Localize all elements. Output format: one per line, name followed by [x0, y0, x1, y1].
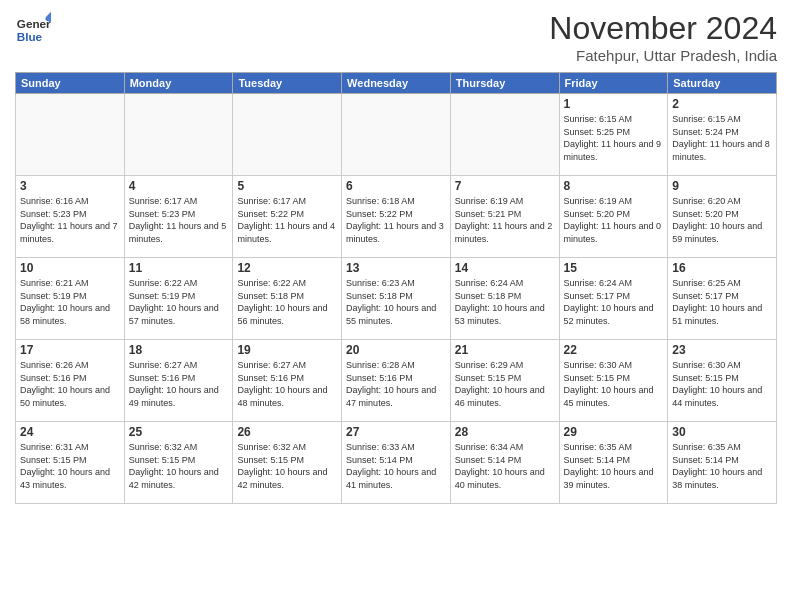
header-thursday: Thursday: [450, 73, 559, 94]
day-cell-2-0: 10Sunrise: 6:21 AMSunset: 5:19 PMDayligh…: [16, 258, 125, 340]
header: General Blue November 2024 Fatehpur, Utt…: [15, 10, 777, 64]
day-info: Sunrise: 6:25 AMSunset: 5:17 PMDaylight:…: [672, 277, 772, 327]
day-info: Sunrise: 6:20 AMSunset: 5:20 PMDaylight:…: [672, 195, 772, 245]
day-cell-0-2: [233, 94, 342, 176]
day-cell-3-2: 19Sunrise: 6:27 AMSunset: 5:16 PMDayligh…: [233, 340, 342, 422]
calendar-body: 1Sunrise: 6:15 AMSunset: 5:25 PMDaylight…: [16, 94, 777, 504]
day-info: Sunrise: 6:22 AMSunset: 5:18 PMDaylight:…: [237, 277, 337, 327]
day-cell-1-3: 6Sunrise: 6:18 AMSunset: 5:22 PMDaylight…: [342, 176, 451, 258]
day-number: 22: [564, 343, 664, 357]
day-number: 17: [20, 343, 120, 357]
day-info: Sunrise: 6:15 AMSunset: 5:25 PMDaylight:…: [564, 113, 664, 163]
day-number: 2: [672, 97, 772, 111]
week-row-1: 3Sunrise: 6:16 AMSunset: 5:23 PMDaylight…: [16, 176, 777, 258]
day-number: 12: [237, 261, 337, 275]
day-cell-3-3: 20Sunrise: 6:28 AMSunset: 5:16 PMDayligh…: [342, 340, 451, 422]
day-cell-3-6: 23Sunrise: 6:30 AMSunset: 5:15 PMDayligh…: [668, 340, 777, 422]
day-number: 6: [346, 179, 446, 193]
day-number: 26: [237, 425, 337, 439]
day-info: Sunrise: 6:19 AMSunset: 5:21 PMDaylight:…: [455, 195, 555, 245]
day-number: 8: [564, 179, 664, 193]
calendar-table: Sunday Monday Tuesday Wednesday Thursday…: [15, 72, 777, 504]
day-cell-0-3: [342, 94, 451, 176]
calendar-page: General Blue November 2024 Fatehpur, Utt…: [0, 0, 792, 612]
week-row-0: 1Sunrise: 6:15 AMSunset: 5:25 PMDaylight…: [16, 94, 777, 176]
day-number: 18: [129, 343, 229, 357]
header-tuesday: Tuesday: [233, 73, 342, 94]
day-number: 21: [455, 343, 555, 357]
day-number: 19: [237, 343, 337, 357]
day-number: 9: [672, 179, 772, 193]
day-cell-0-5: 1Sunrise: 6:15 AMSunset: 5:25 PMDaylight…: [559, 94, 668, 176]
day-info: Sunrise: 6:34 AMSunset: 5:14 PMDaylight:…: [455, 441, 555, 491]
day-number: 15: [564, 261, 664, 275]
day-cell-4-0: 24Sunrise: 6:31 AMSunset: 5:15 PMDayligh…: [16, 422, 125, 504]
day-cell-1-2: 5Sunrise: 6:17 AMSunset: 5:22 PMDaylight…: [233, 176, 342, 258]
day-cell-2-5: 15Sunrise: 6:24 AMSunset: 5:17 PMDayligh…: [559, 258, 668, 340]
day-number: 5: [237, 179, 337, 193]
day-cell-1-5: 8Sunrise: 6:19 AMSunset: 5:20 PMDaylight…: [559, 176, 668, 258]
day-info: Sunrise: 6:30 AMSunset: 5:15 PMDaylight:…: [564, 359, 664, 409]
day-info: Sunrise: 6:28 AMSunset: 5:16 PMDaylight:…: [346, 359, 446, 409]
day-cell-4-6: 30Sunrise: 6:35 AMSunset: 5:14 PMDayligh…: [668, 422, 777, 504]
day-info: Sunrise: 6:29 AMSunset: 5:15 PMDaylight:…: [455, 359, 555, 409]
day-number: 10: [20, 261, 120, 275]
day-info: Sunrise: 6:18 AMSunset: 5:22 PMDaylight:…: [346, 195, 446, 245]
day-cell-0-6: 2Sunrise: 6:15 AMSunset: 5:24 PMDaylight…: [668, 94, 777, 176]
day-cell-3-0: 17Sunrise: 6:26 AMSunset: 5:16 PMDayligh…: [16, 340, 125, 422]
day-cell-4-1: 25Sunrise: 6:32 AMSunset: 5:15 PMDayligh…: [124, 422, 233, 504]
day-info: Sunrise: 6:22 AMSunset: 5:19 PMDaylight:…: [129, 277, 229, 327]
header-friday: Friday: [559, 73, 668, 94]
day-cell-1-0: 3Sunrise: 6:16 AMSunset: 5:23 PMDaylight…: [16, 176, 125, 258]
day-number: 29: [564, 425, 664, 439]
day-cell-3-5: 22Sunrise: 6:30 AMSunset: 5:15 PMDayligh…: [559, 340, 668, 422]
day-number: 28: [455, 425, 555, 439]
weekday-header-row: Sunday Monday Tuesday Wednesday Thursday…: [16, 73, 777, 94]
day-cell-4-2: 26Sunrise: 6:32 AMSunset: 5:15 PMDayligh…: [233, 422, 342, 504]
logo-icon: General Blue: [15, 10, 51, 46]
day-number: 20: [346, 343, 446, 357]
day-cell-4-4: 28Sunrise: 6:34 AMSunset: 5:14 PMDayligh…: [450, 422, 559, 504]
svg-text:Blue: Blue: [17, 30, 43, 43]
day-number: 3: [20, 179, 120, 193]
day-info: Sunrise: 6:17 AMSunset: 5:23 PMDaylight:…: [129, 195, 229, 245]
day-number: 27: [346, 425, 446, 439]
day-info: Sunrise: 6:27 AMSunset: 5:16 PMDaylight:…: [237, 359, 337, 409]
week-row-2: 10Sunrise: 6:21 AMSunset: 5:19 PMDayligh…: [16, 258, 777, 340]
day-info: Sunrise: 6:24 AMSunset: 5:17 PMDaylight:…: [564, 277, 664, 327]
day-info: Sunrise: 6:33 AMSunset: 5:14 PMDaylight:…: [346, 441, 446, 491]
location-subtitle: Fatehpur, Uttar Pradesh, India: [549, 47, 777, 64]
day-cell-2-4: 14Sunrise: 6:24 AMSunset: 5:18 PMDayligh…: [450, 258, 559, 340]
day-number: 25: [129, 425, 229, 439]
day-info: Sunrise: 6:27 AMSunset: 5:16 PMDaylight:…: [129, 359, 229, 409]
month-title: November 2024: [549, 10, 777, 47]
day-cell-0-0: [16, 94, 125, 176]
header-sunday: Sunday: [16, 73, 125, 94]
day-number: 1: [564, 97, 664, 111]
day-info: Sunrise: 6:23 AMSunset: 5:18 PMDaylight:…: [346, 277, 446, 327]
day-number: 11: [129, 261, 229, 275]
day-number: 13: [346, 261, 446, 275]
day-cell-0-1: [124, 94, 233, 176]
logo: General Blue: [15, 10, 55, 46]
day-info: Sunrise: 6:31 AMSunset: 5:15 PMDaylight:…: [20, 441, 120, 491]
day-cell-1-1: 4Sunrise: 6:17 AMSunset: 5:23 PMDaylight…: [124, 176, 233, 258]
day-info: Sunrise: 6:16 AMSunset: 5:23 PMDaylight:…: [20, 195, 120, 245]
day-cell-3-1: 18Sunrise: 6:27 AMSunset: 5:16 PMDayligh…: [124, 340, 233, 422]
header-saturday: Saturday: [668, 73, 777, 94]
day-info: Sunrise: 6:35 AMSunset: 5:14 PMDaylight:…: [672, 441, 772, 491]
day-cell-3-4: 21Sunrise: 6:29 AMSunset: 5:15 PMDayligh…: [450, 340, 559, 422]
day-cell-2-6: 16Sunrise: 6:25 AMSunset: 5:17 PMDayligh…: [668, 258, 777, 340]
day-info: Sunrise: 6:32 AMSunset: 5:15 PMDaylight:…: [129, 441, 229, 491]
day-number: 24: [20, 425, 120, 439]
header-wednesday: Wednesday: [342, 73, 451, 94]
day-cell-0-4: [450, 94, 559, 176]
day-cell-1-4: 7Sunrise: 6:19 AMSunset: 5:21 PMDaylight…: [450, 176, 559, 258]
day-cell-1-6: 9Sunrise: 6:20 AMSunset: 5:20 PMDaylight…: [668, 176, 777, 258]
day-info: Sunrise: 6:21 AMSunset: 5:19 PMDaylight:…: [20, 277, 120, 327]
week-row-4: 24Sunrise: 6:31 AMSunset: 5:15 PMDayligh…: [16, 422, 777, 504]
week-row-3: 17Sunrise: 6:26 AMSunset: 5:16 PMDayligh…: [16, 340, 777, 422]
day-info: Sunrise: 6:35 AMSunset: 5:14 PMDaylight:…: [564, 441, 664, 491]
day-info: Sunrise: 6:15 AMSunset: 5:24 PMDaylight:…: [672, 113, 772, 163]
day-cell-4-3: 27Sunrise: 6:33 AMSunset: 5:14 PMDayligh…: [342, 422, 451, 504]
